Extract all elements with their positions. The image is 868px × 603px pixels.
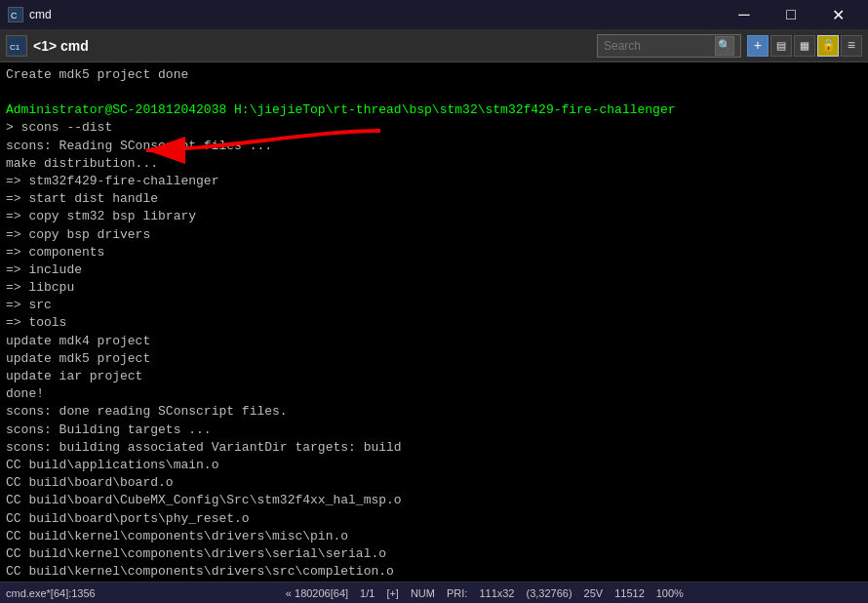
lock-icon: 🔒 — [817, 35, 839, 57]
maximize-button[interactable]: □ — [769, 0, 813, 29]
status-coord: (3,32766) — [526, 587, 572, 599]
terminal-line: CC build\board\board.o — [6, 474, 862, 492]
tab-title: <1> cmd — [33, 38, 89, 54]
add-tab-button[interactable]: + — [747, 35, 769, 57]
title-bar: C cmd ─ □ ✕ — [0, 0, 868, 29]
view-button-2[interactable]: ▦ — [794, 35, 815, 57]
terminal-line: Administrator@SC-201812042038 H:\jiejieT… — [6, 101, 862, 119]
status-count: 11512 — [614, 587, 645, 599]
toolbar: C1 <1> cmd 🔍 + ▤ ▦ 🔒 ≡ — [0, 29, 868, 62]
status-pos2: 1/1 — [360, 587, 375, 599]
terminal-line: > scons --dist — [6, 119, 862, 137]
terminal-output: Create mdk5 project doneAdministrator@SC… — [0, 62, 868, 582]
terminal-line: CC build\kernel\components\drivers\src\c… — [6, 563, 862, 581]
status-process: cmd.exe*[64]:1356 — [6, 587, 96, 599]
terminal-line: => copy bsp drivers — [6, 226, 862, 244]
terminal-line: CC build\kernel\components\drivers\seria… — [6, 545, 862, 563]
search-button[interactable]: 🔍 — [715, 36, 734, 56]
terminal-line: CC build\board\CubeMX_Config\Src\stm32f4… — [6, 492, 862, 509]
search-input[interactable] — [604, 39, 711, 53]
terminal-line: update iar project — [6, 368, 862, 385]
close-button[interactable]: ✕ — [815, 0, 860, 29]
terminal-line: CC build\board\ports\phy_reset.o — [6, 510, 862, 528]
terminal-line: scons: done reading SConscript files. — [6, 403, 862, 421]
status-pri: PRI: — [447, 587, 467, 599]
status-pos1: « 180206[64] — [286, 587, 348, 599]
svg-text:C1: C1 — [10, 43, 20, 52]
terminal-line: CC build\kernel\components\drivers\src\d… — [6, 581, 862, 582]
terminal-line: done! — [6, 385, 862, 403]
status-num: NUM — [411, 587, 435, 599]
svg-text:C: C — [11, 11, 18, 20]
terminal-line: update mdk5 project — [6, 350, 862, 368]
app-icon: C — [8, 7, 23, 22]
status-bar: cmd.exe*[64]:1356 « 180206[64] 1/1 [+] N… — [0, 582, 868, 603]
terminal-line: => include — [6, 261, 862, 279]
search-box: 🔍 — [597, 34, 741, 58]
terminal-line: scons: Building targets ... — [6, 422, 862, 439]
terminal-line: => copy stm32 bsp library — [6, 208, 862, 225]
terminal-line: scons: building associated VariantDir ta… — [6, 439, 862, 457]
status-size: 111x32 — [479, 587, 514, 599]
terminal-line — [6, 84, 862, 101]
status-pos3: [+] — [386, 587, 399, 599]
terminal-line: => src — [6, 297, 862, 314]
terminal-line: make distribution... — [6, 155, 862, 173]
terminal-line: => stm32f429-fire-challenger — [6, 173, 862, 190]
app-toolbar-icon: C1 — [6, 35, 27, 57]
status-zoom: 100% — [656, 587, 684, 599]
status-volt: 25V — [584, 587, 604, 599]
terminal-line: scons: Reading SConscript files ... — [6, 138, 862, 155]
view-button-1[interactable]: ▤ — [770, 35, 792, 57]
window-controls: ─ □ ✕ — [722, 0, 860, 29]
terminal-line: Create mdk5 project done — [6, 66, 862, 84]
status-center: « 180206[64] 1/1 [+] NUM PRI: 111x32 (3,… — [107, 587, 862, 599]
window-title: cmd — [29, 8, 52, 21]
minimize-button[interactable]: ─ — [722, 0, 767, 29]
toolbar-actions: + ▤ ▦ 🔒 ≡ — [747, 35, 862, 57]
terminal-line: => tools — [6, 314, 862, 332]
terminal-line: CC build\applications\main.o — [6, 457, 862, 474]
terminal-line: update mdk4 project — [6, 333, 862, 350]
terminal-line: CC build\kernel\components\drivers\misc\… — [6, 528, 862, 545]
terminal-line: => libcpu — [6, 279, 862, 297]
terminal-line: => components — [6, 244, 862, 261]
menu-button[interactable]: ≡ — [841, 35, 862, 57]
terminal-line: => start dist handle — [6, 190, 862, 208]
